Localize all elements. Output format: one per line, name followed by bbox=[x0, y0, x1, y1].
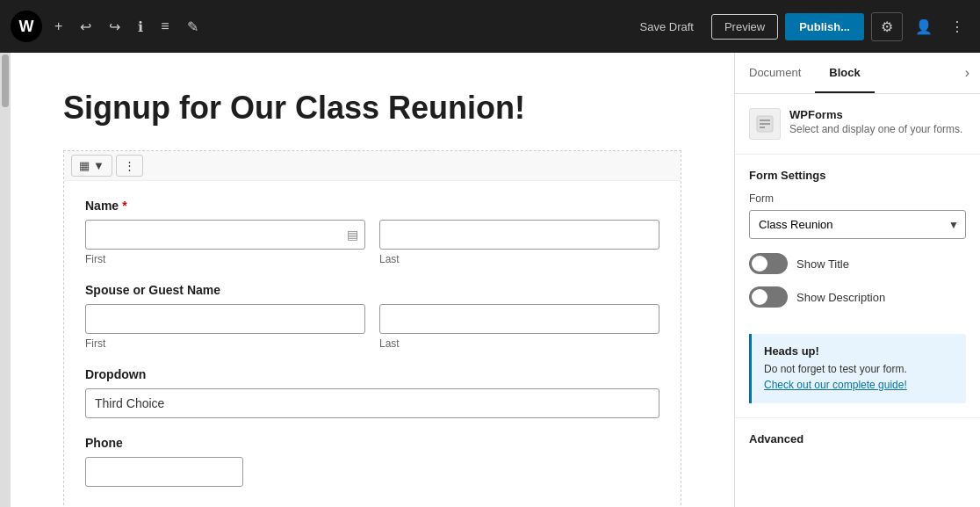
info-button[interactable]: ℹ bbox=[133, 13, 148, 40]
show-description-label: Show Description bbox=[796, 291, 885, 304]
name-first-col: ▤ First bbox=[85, 220, 365, 265]
spouse-last-col: Last bbox=[379, 304, 659, 350]
content-area: Signup for Our Class Reunion! ▦ ▼ ⋮ Name… bbox=[11, 53, 734, 507]
advanced-title: Advanced bbox=[749, 432, 966, 445]
undo-button[interactable]: ↩ bbox=[75, 13, 97, 40]
form-settings-section: Form Settings Form Class Reunion ▼ Show … bbox=[735, 155, 980, 334]
phone-label: Phone bbox=[85, 436, 659, 450]
wpforms-icon bbox=[756, 115, 774, 133]
spouse-name-field: Spouse or Guest Name First Last bbox=[85, 283, 659, 350]
edit-button[interactable]: ✎ bbox=[182, 13, 204, 40]
edit-icon: ✎ bbox=[187, 18, 198, 35]
dropdown-field: Dropdown Third Choice bbox=[85, 367, 659, 418]
settings-button[interactable]: ⚙ bbox=[871, 12, 903, 41]
name-last-col: Last bbox=[379, 220, 659, 265]
required-star: * bbox=[122, 199, 126, 213]
plugin-icon bbox=[749, 108, 781, 140]
show-description-slider bbox=[749, 286, 788, 308]
phone-input[interactable] bbox=[85, 457, 243, 487]
tab-document[interactable]: Document bbox=[735, 54, 815, 93]
page-title: Signup for Our Class Reunion! bbox=[63, 88, 681, 129]
preview-button[interactable]: Preview bbox=[711, 14, 778, 40]
form-block-more-button[interactable]: ⋮ bbox=[116, 155, 143, 177]
user-icon: 👤 bbox=[915, 19, 933, 34]
tab-block[interactable]: Block bbox=[815, 54, 874, 93]
show-title-label: Show Title bbox=[796, 257, 849, 271]
info-icon: ℹ bbox=[138, 18, 143, 35]
spouse-name-label: Spouse or Guest Name bbox=[85, 283, 659, 297]
undo-icon: ↩ bbox=[80, 18, 91, 35]
heads-up-link[interactable]: Check out our complete guide! bbox=[764, 379, 907, 391]
name-field: Name * ▤ First Last bbox=[85, 199, 659, 265]
spouse-first-input[interactable] bbox=[85, 304, 365, 334]
name-first-input[interactable] bbox=[85, 220, 365, 250]
list-view-button[interactable]: ≡ bbox=[155, 13, 174, 40]
sidebar-tabs: Document Block › bbox=[735, 53, 980, 94]
spouse-last-input[interactable] bbox=[379, 304, 659, 334]
more-options-button[interactable]: ⋮ bbox=[945, 13, 969, 40]
show-description-toggle[interactable] bbox=[749, 286, 788, 308]
more-icon: ⋮ bbox=[950, 19, 964, 34]
sidebar: Document Block › WPForms Select and disp… bbox=[734, 53, 980, 507]
name-field-row: ▤ First Last bbox=[85, 220, 659, 265]
sidebar-expand-icon[interactable]: › bbox=[955, 53, 980, 93]
save-draft-button[interactable]: Save Draft bbox=[630, 13, 704, 40]
vertical-dots-icon: ⋮ bbox=[124, 159, 135, 172]
plugin-name: WPForms bbox=[789, 108, 962, 121]
show-description-toggle-row: Show Description bbox=[749, 286, 966, 308]
spouse-first-sublabel: First bbox=[85, 337, 365, 350]
show-title-toggle-row: Show Title bbox=[749, 253, 966, 274]
spouse-first-col: First bbox=[85, 304, 365, 350]
form-block-toolbar: ▦ ▼ ⋮ bbox=[64, 151, 681, 181]
dropdown-arrow: ▼ bbox=[93, 159, 104, 172]
name-input-icon: ▤ bbox=[347, 228, 358, 242]
phone-field: Phone bbox=[85, 436, 659, 487]
dropdown-display[interactable]: Third Choice bbox=[85, 388, 659, 418]
user-button[interactable]: 👤 bbox=[910, 13, 938, 40]
name-last-sublabel: Last bbox=[379, 253, 659, 265]
form-block-icon-button[interactable]: ▦ ▼ bbox=[71, 155, 112, 177]
name-first-input-wrapper: ▤ bbox=[85, 220, 365, 250]
advanced-section: Advanced bbox=[735, 417, 980, 460]
wp-logo-icon[interactable]: W bbox=[11, 11, 42, 42]
name-first-sublabel: First bbox=[85, 253, 365, 265]
form-content: Name * ▤ First Last bbox=[64, 181, 681, 507]
heads-up-text: Do not forget to test your form. Check o… bbox=[764, 361, 954, 393]
form-settings-title: Form Settings bbox=[749, 169, 966, 182]
plugin-info: WPForms Select and display one of your f… bbox=[735, 94, 980, 155]
plugin-text: WPForms Select and display one of your f… bbox=[789, 108, 962, 135]
add-icon: + bbox=[54, 18, 62, 34]
form-select-label: Form bbox=[749, 192, 966, 205]
heads-up-box: Heads up! Do not forget to test your for… bbox=[749, 334, 966, 403]
show-title-toggle[interactable] bbox=[749, 253, 788, 274]
list-icon: ≡ bbox=[161, 18, 169, 34]
redo-button[interactable]: ↪ bbox=[104, 13, 126, 40]
scrollbar-thumb[interactable] bbox=[2, 54, 9, 107]
main-area: Signup for Our Class Reunion! ▦ ▼ ⋮ Name… bbox=[0, 53, 980, 507]
publish-button[interactable]: Publish... bbox=[785, 13, 864, 40]
form-select-wrapper: Class Reunion ▼ bbox=[749, 210, 966, 239]
name-label: Name * bbox=[85, 199, 659, 213]
show-title-slider bbox=[749, 253, 788, 274]
redo-icon: ↪ bbox=[109, 18, 120, 35]
form-block-wrapper: ▦ ▼ ⋮ Name * bbox=[63, 150, 681, 507]
spouse-field-row: First Last bbox=[85, 304, 659, 350]
table-icon: ▦ bbox=[79, 159, 90, 172]
add-block-button[interactable]: + bbox=[49, 13, 68, 40]
scrollbar-track[interactable] bbox=[0, 53, 11, 507]
settings-icon: ⚙ bbox=[881, 19, 893, 34]
form-select[interactable]: Class Reunion bbox=[749, 210, 966, 239]
plugin-desc: Select and display one of your forms. bbox=[789, 123, 962, 135]
dropdown-label: Dropdown bbox=[85, 367, 659, 381]
spouse-last-sublabel: Last bbox=[379, 337, 659, 350]
heads-up-title: Heads up! bbox=[764, 344, 954, 358]
toolbar: W + ↩ ↪ ℹ ≡ ✎ Save Draft Preview Publish… bbox=[0, 0, 980, 53]
name-last-input[interactable] bbox=[379, 220, 659, 250]
